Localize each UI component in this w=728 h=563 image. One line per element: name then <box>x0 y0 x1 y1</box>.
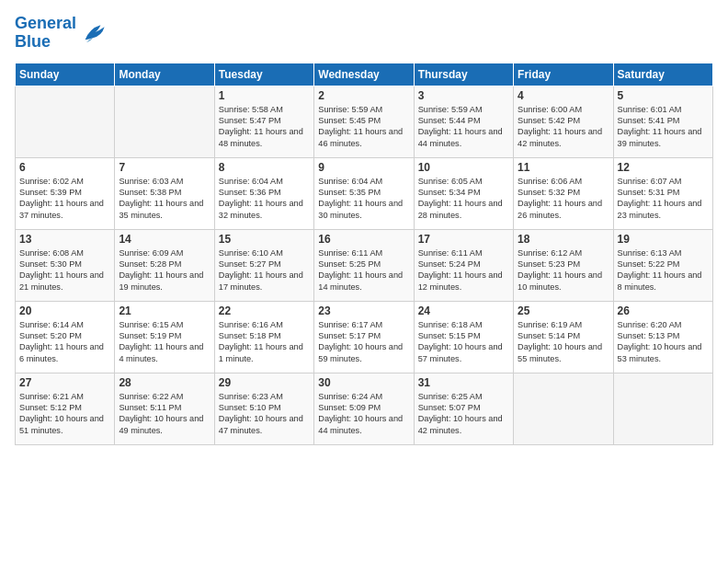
day-info: Sunrise: 6:23 AM Sunset: 5:10 PM Dayligh… <box>219 391 310 437</box>
day-info: Sunrise: 6:17 AM Sunset: 5:17 PM Dayligh… <box>318 319 409 365</box>
day-cell: 6Sunrise: 6:02 AM Sunset: 5:39 PM Daylig… <box>16 157 115 229</box>
day-cell: 24Sunrise: 6:18 AM Sunset: 5:15 PM Dayli… <box>414 301 513 373</box>
day-number: 7 <box>119 161 210 174</box>
day-cell: 17Sunrise: 6:11 AM Sunset: 5:24 PM Dayli… <box>414 229 513 301</box>
calendar-table: SundayMondayTuesdayWednesdayThursdayFrid… <box>15 63 713 445</box>
day-number: 1 <box>219 89 310 102</box>
day-cell: 28Sunrise: 6:22 AM Sunset: 5:11 PM Dayli… <box>115 373 214 444</box>
day-cell <box>16 86 115 157</box>
day-cell: 31Sunrise: 6:25 AM Sunset: 5:07 PM Dayli… <box>414 373 513 444</box>
day-cell: 5Sunrise: 6:01 AM Sunset: 5:41 PM Daylig… <box>613 86 712 157</box>
weekday-header-monday: Monday <box>115 63 214 86</box>
day-number: 23 <box>318 304 409 317</box>
day-number: 20 <box>19 304 110 317</box>
day-cell: 13Sunrise: 6:08 AM Sunset: 5:30 PM Dayli… <box>16 229 115 301</box>
logo-general: General <box>15 14 76 32</box>
day-cell <box>613 373 712 444</box>
logo-blue: Blue <box>15 33 76 52</box>
day-info: Sunrise: 5:59 AM Sunset: 5:45 PM Dayligh… <box>318 104 409 150</box>
day-info: Sunrise: 6:02 AM Sunset: 5:39 PM Dayligh… <box>19 176 110 222</box>
day-info: Sunrise: 6:15 AM Sunset: 5:19 PM Dayligh… <box>119 319 210 365</box>
day-number: 27 <box>19 376 110 389</box>
day-cell: 21Sunrise: 6:15 AM Sunset: 5:19 PM Dayli… <box>115 301 214 373</box>
day-cell: 25Sunrise: 6:19 AM Sunset: 5:14 PM Dayli… <box>514 301 613 373</box>
day-info: Sunrise: 6:20 AM Sunset: 5:13 PM Dayligh… <box>618 319 709 365</box>
day-number: 12 <box>618 161 709 174</box>
day-info: Sunrise: 6:16 AM Sunset: 5:18 PM Dayligh… <box>219 319 310 365</box>
day-cell: 2Sunrise: 5:59 AM Sunset: 5:45 PM Daylig… <box>314 86 414 157</box>
day-number: 3 <box>418 89 509 102</box>
day-number: 2 <box>318 89 409 102</box>
weekday-header-thursday: Thursday <box>414 63 513 86</box>
logo-blue-text: Blue <box>15 32 51 51</box>
day-cell: 30Sunrise: 6:24 AM Sunset: 5:09 PM Dayli… <box>314 373 414 444</box>
weekday-header-tuesday: Tuesday <box>214 63 313 86</box>
day-number: 14 <box>119 233 210 246</box>
day-cell <box>115 86 214 157</box>
week-row-3: 13Sunrise: 6:08 AM Sunset: 5:30 PM Dayli… <box>16 229 713 301</box>
day-info: Sunrise: 6:01 AM Sunset: 5:41 PM Dayligh… <box>618 104 709 150</box>
day-cell: 26Sunrise: 6:20 AM Sunset: 5:13 PM Dayli… <box>613 301 712 373</box>
day-info: Sunrise: 6:07 AM Sunset: 5:31 PM Dayligh… <box>618 176 709 222</box>
week-row-5: 27Sunrise: 6:21 AM Sunset: 5:12 PM Dayli… <box>16 373 713 444</box>
day-number: 8 <box>219 161 310 174</box>
day-info: Sunrise: 6:03 AM Sunset: 5:38 PM Dayligh… <box>119 176 210 222</box>
day-info: Sunrise: 6:09 AM Sunset: 5:28 PM Dayligh… <box>119 247 210 293</box>
day-info: Sunrise: 6:18 AM Sunset: 5:15 PM Dayligh… <box>418 319 509 365</box>
day-number: 21 <box>119 304 210 317</box>
day-cell: 9Sunrise: 6:04 AM Sunset: 5:35 PM Daylig… <box>314 157 414 229</box>
logo-bird-icon <box>80 20 106 46</box>
day-cell: 12Sunrise: 6:07 AM Sunset: 5:31 PM Dayli… <box>613 157 712 229</box>
day-info: Sunrise: 6:19 AM Sunset: 5:14 PM Dayligh… <box>518 319 609 365</box>
day-info: Sunrise: 6:05 AM Sunset: 5:34 PM Dayligh… <box>418 176 509 222</box>
weekday-header-friday: Friday <box>514 63 613 86</box>
day-number: 18 <box>518 233 609 246</box>
day-info: Sunrise: 5:59 AM Sunset: 5:44 PM Dayligh… <box>418 104 509 150</box>
logo-text: General <box>15 15 76 33</box>
day-cell: 27Sunrise: 6:21 AM Sunset: 5:12 PM Dayli… <box>16 373 115 444</box>
day-info: Sunrise: 6:24 AM Sunset: 5:09 PM Dayligh… <box>318 391 409 437</box>
day-number: 24 <box>418 304 509 317</box>
day-cell <box>514 373 613 444</box>
day-number: 29 <box>219 376 310 389</box>
day-number: 15 <box>219 233 310 246</box>
day-number: 31 <box>418 376 509 389</box>
day-cell: 22Sunrise: 6:16 AM Sunset: 5:18 PM Dayli… <box>214 301 313 373</box>
day-cell: 1Sunrise: 5:58 AM Sunset: 5:47 PM Daylig… <box>214 86 313 157</box>
week-row-4: 20Sunrise: 6:14 AM Sunset: 5:20 PM Dayli… <box>16 301 713 373</box>
day-cell: 16Sunrise: 6:11 AM Sunset: 5:25 PM Dayli… <box>314 229 414 301</box>
day-number: 4 <box>518 89 609 102</box>
day-cell: 19Sunrise: 6:13 AM Sunset: 5:22 PM Dayli… <box>613 229 712 301</box>
day-number: 28 <box>119 376 210 389</box>
day-cell: 23Sunrise: 6:17 AM Sunset: 5:17 PM Dayli… <box>314 301 414 373</box>
day-info: Sunrise: 6:10 AM Sunset: 5:27 PM Dayligh… <box>219 247 310 293</box>
day-info: Sunrise: 5:58 AM Sunset: 5:47 PM Dayligh… <box>219 104 310 150</box>
day-info: Sunrise: 6:21 AM Sunset: 5:12 PM Dayligh… <box>19 391 110 437</box>
day-number: 10 <box>418 161 509 174</box>
day-number: 22 <box>219 304 310 317</box>
logo: General Blue <box>15 15 106 52</box>
day-number: 26 <box>618 304 709 317</box>
day-cell: 29Sunrise: 6:23 AM Sunset: 5:10 PM Dayli… <box>214 373 313 444</box>
day-number: 30 <box>318 376 409 389</box>
day-number: 9 <box>318 161 409 174</box>
week-row-2: 6Sunrise: 6:02 AM Sunset: 5:39 PM Daylig… <box>16 157 713 229</box>
day-info: Sunrise: 6:22 AM Sunset: 5:11 PM Dayligh… <box>119 391 210 437</box>
day-info: Sunrise: 6:06 AM Sunset: 5:32 PM Dayligh… <box>518 176 609 222</box>
weekday-header-sunday: Sunday <box>16 63 115 86</box>
day-number: 6 <box>19 161 110 174</box>
weekday-header-wednesday: Wednesday <box>314 63 414 86</box>
day-cell: 20Sunrise: 6:14 AM Sunset: 5:20 PM Dayli… <box>16 301 115 373</box>
day-cell: 11Sunrise: 6:06 AM Sunset: 5:32 PM Dayli… <box>514 157 613 229</box>
day-info: Sunrise: 6:00 AM Sunset: 5:42 PM Dayligh… <box>518 104 609 150</box>
week-row-1: 1Sunrise: 5:58 AM Sunset: 5:47 PM Daylig… <box>16 86 713 157</box>
day-number: 17 <box>418 233 509 246</box>
day-cell: 10Sunrise: 6:05 AM Sunset: 5:34 PM Dayli… <box>414 157 513 229</box>
day-info: Sunrise: 6:04 AM Sunset: 5:36 PM Dayligh… <box>219 176 310 222</box>
day-info: Sunrise: 6:11 AM Sunset: 5:25 PM Dayligh… <box>318 247 409 293</box>
day-info: Sunrise: 6:08 AM Sunset: 5:30 PM Dayligh… <box>19 247 110 293</box>
day-number: 19 <box>618 233 709 246</box>
day-cell: 14Sunrise: 6:09 AM Sunset: 5:28 PM Dayli… <box>115 229 214 301</box>
day-cell: 15Sunrise: 6:10 AM Sunset: 5:27 PM Dayli… <box>214 229 313 301</box>
weekday-header-saturday: Saturday <box>613 63 712 86</box>
